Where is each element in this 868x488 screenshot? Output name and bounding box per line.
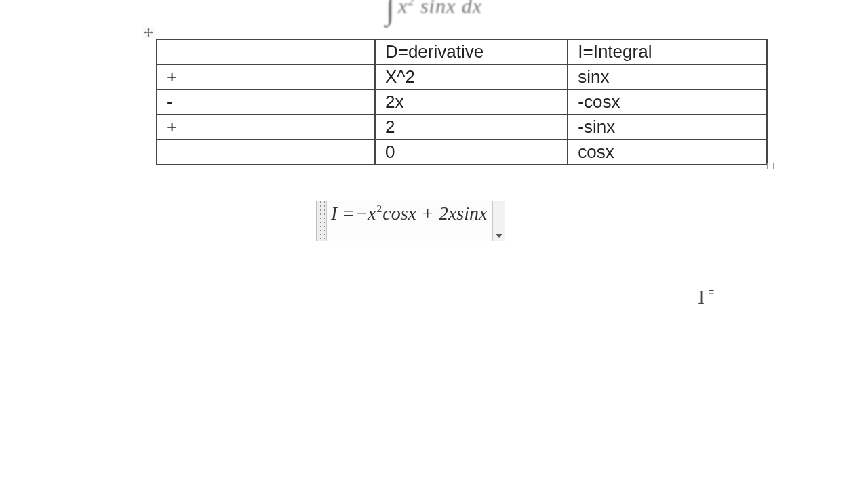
table-row[interactable]: - 2x -cosx (157, 89, 767, 115)
equation-drag-handle[interactable] (317, 201, 327, 241)
cell-i[interactable]: sinx (568, 64, 767, 89)
table-row[interactable]: + 2 -sinx (157, 115, 767, 140)
cell-d[interactable]: 0 (375, 140, 568, 165)
cell-d[interactable]: 2x (375, 89, 568, 115)
cell-sign[interactable]: - (157, 89, 375, 115)
cell-i[interactable]: cosx (568, 140, 767, 165)
cell-sign[interactable] (157, 140, 375, 165)
table-row[interactable]: + X^2 sinx (157, 64, 767, 89)
cell-d[interactable]: X^2 (375, 64, 568, 89)
chevron-down-icon (496, 234, 502, 238)
equation-editor[interactable]: I = −x2cosx + 2xsinx (316, 201, 505, 241)
header-sign (157, 39, 375, 64)
header-integral: I=Integral (568, 39, 767, 64)
integral-expression: ∫x2 sinx dx (0, 0, 868, 18)
cell-sign[interactable]: + (157, 64, 375, 89)
equation-options-button[interactable] (492, 201, 505, 241)
cell-d[interactable]: 2 (375, 115, 568, 140)
move-icon (144, 28, 153, 37)
cell-i[interactable]: -sinx (568, 115, 767, 140)
equation-content[interactable]: I = −x2cosx + 2xsinx (327, 201, 492, 241)
table-move-handle[interactable] (142, 26, 155, 39)
table-row[interactable]: 0 cosx (157, 140, 767, 165)
table-resize-handle[interactable] (767, 163, 774, 169)
cell-sign[interactable]: + (157, 115, 375, 140)
header-derivative: D=derivative (375, 39, 568, 64)
table-header-row: D=derivative I=Integral (157, 39, 767, 64)
text-cursor: I = (698, 285, 713, 308)
di-table[interactable]: D=derivative I=Integral + X^2 sinx - 2x … (156, 39, 768, 165)
cell-i[interactable]: -cosx (568, 89, 767, 115)
